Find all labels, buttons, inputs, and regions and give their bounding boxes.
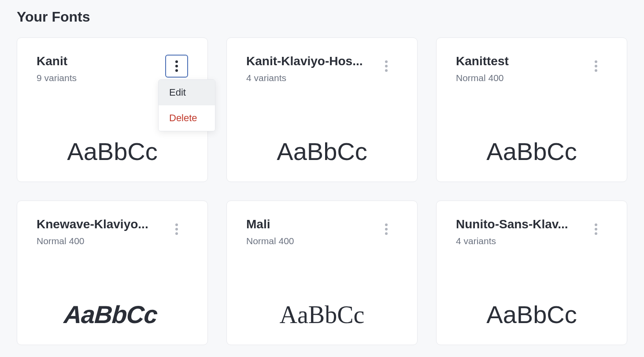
font-name: Mali [246,218,294,231]
more-button[interactable] [585,55,607,78]
card-header: Kanittest Normal 400 [456,55,607,83]
vertical-dots-icon [385,223,388,235]
font-card: Kanittest Normal 400 AaBbCc [436,37,627,182]
card-header: Kanit 9 variants Edit Delete [37,55,188,83]
vertical-dots-icon [595,60,597,72]
dropdown-menu: Edit Delete [158,79,215,131]
font-card: Kanit 9 variants Edit Delete AaBbCc [17,37,208,182]
font-name: Kanit-Klaviyo-Hos... [246,55,363,68]
font-preview: AaBbCc [34,250,191,331]
font-variants: 4 variants [246,73,363,83]
font-card: Nunito-Sans-Klav... 4 variants AaBbCc [436,201,627,345]
font-variants: Normal 400 [246,236,294,246]
page-title: Your Fonts [17,9,627,25]
vertical-dots-icon [175,60,178,72]
more-button[interactable]: Edit Delete [165,55,188,78]
vertical-dots-icon [385,60,388,72]
more-button[interactable] [375,218,398,241]
delete-menu-item[interactable]: Delete [159,105,215,131]
card-header: Kanit-Klaviyo-Hos... 4 variants [246,55,398,83]
font-variants: 9 variants [37,73,77,83]
vertical-dots-icon [175,223,178,235]
font-card: Kanit-Klaviyo-Hos... 4 variants AaBbCc [226,37,418,182]
font-preview: AaBbCc [456,87,607,167]
font-preview: AaBbCc [246,250,398,331]
font-variants: 4 variants [456,236,568,246]
card-header: Mali Normal 400 [246,218,398,246]
font-name: Nunito-Sans-Klav... [456,218,568,231]
font-card: Knewave-Klaviyo... Normal 400 AaBbCc [17,201,208,345]
font-card: Mali Normal 400 AaBbCc [226,201,418,345]
vertical-dots-icon [595,223,597,235]
more-button[interactable] [165,218,188,241]
font-variants: Normal 400 [37,236,148,246]
font-preview: AaBbCc [456,250,607,331]
font-preview: AaBbCc [246,87,398,167]
card-header: Knewave-Klaviyo... Normal 400 [37,218,188,246]
card-header: Nunito-Sans-Klav... 4 variants [456,218,607,246]
more-button[interactable] [375,55,398,78]
font-name: Knewave-Klaviyo... [37,218,148,231]
font-variants: Normal 400 [456,73,509,83]
more-button[interactable] [585,218,607,241]
font-name: Kanit [37,55,77,68]
edit-menu-item[interactable]: Edit [159,80,215,105]
fonts-grid: Kanit 9 variants Edit Delete AaBbCc Kani… [17,37,627,345]
font-name: Kanittest [456,55,509,68]
